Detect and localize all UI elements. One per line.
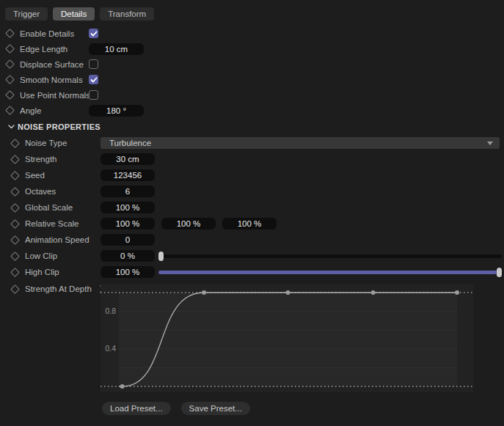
row-enable-details: Enable Details — [0, 26, 504, 41]
tab-trigger[interactable]: Trigger — [5, 7, 48, 21]
relative-scale-z-field[interactable]: 100 % — [222, 218, 277, 229]
row-strength-at-depth: Strength At Depth — [0, 280, 504, 392]
parameter-diamond-icon — [10, 155, 20, 164]
parameter-label: Strength — [25, 155, 56, 164]
curve-point[interactable] — [371, 290, 376, 295]
octaves-field[interactable]: 6 — [101, 186, 155, 197]
parameter-label: Relative Scale — [25, 219, 79, 228]
parameter-label: Use Point Normals — [20, 91, 90, 100]
parameter-label: Strength At Depth — [25, 284, 92, 293]
row-global-scale: Global Scale 100 % — [0, 199, 504, 216]
parameter-label: Global Scale — [25, 203, 73, 212]
parameter-label: Angle — [20, 106, 41, 115]
global-scale-field[interactable]: 100 % — [101, 202, 155, 213]
parameter-label: Edge Length — [20, 45, 67, 54]
ytick-0.8: 0.8 — [105, 306, 116, 315]
group-title: NOISE PROPERTIES — [18, 122, 101, 131]
save-preset-button[interactable]: Save Preset... — [181, 402, 250, 415]
relative-scale-y-field[interactable]: 100 % — [161, 218, 216, 229]
tab-transform[interactable]: Transform — [100, 7, 154, 21]
checkmark-icon — [90, 31, 98, 37]
slider-thumb[interactable] — [158, 251, 164, 261]
edge-length-field[interactable]: 10 cm — [89, 43, 144, 55]
parameter-diamond-icon — [5, 106, 15, 115]
low-clip-field[interactable]: 0 % — [101, 250, 155, 262]
slider-track — [158, 254, 502, 258]
row-octaves: Octaves 6 — [0, 183, 504, 199]
parameter-diamond-icon — [5, 44, 15, 54]
strength-at-depth-curve-editor[interactable]: 0.8 0.4 — [101, 284, 473, 392]
attributes-panel: Trigger Details Transform Enable Details… — [0, 0, 504, 426]
displace-surface-checkbox[interactable] — [89, 59, 98, 69]
parameter-label: Low Clip — [25, 251, 57, 260]
row-edge-length: Edge Length 10 cm — [0, 41, 504, 56]
row-low-clip: Low Clip 0 % — [0, 248, 504, 264]
details-parameters: Enable Details Edge Length 10 cm Displac… — [0, 26, 504, 118]
chevron-down-icon — [8, 125, 15, 129]
row-use-point-normals: Use Point Normals — [0, 87, 504, 103]
seed-field[interactable]: 123456 — [101, 169, 155, 181]
parameter-label: Animation Speed — [25, 235, 90, 244]
checkmark-icon — [90, 77, 98, 83]
use-point-normals-checkbox[interactable] — [89, 90, 98, 100]
curve-point[interactable] — [455, 290, 459, 295]
parameter-diamond-icon — [10, 219, 20, 229]
high-clip-slider[interactable] — [158, 268, 502, 277]
low-clip-slider[interactable] — [158, 251, 502, 261]
parameter-diamond-icon — [10, 268, 20, 277]
plot-area — [119, 293, 457, 386]
ytick-0.4: 0.4 — [105, 344, 116, 353]
parameter-diamond-icon — [10, 171, 20, 180]
parameter-label: Noise Type — [25, 139, 67, 147]
row-animation-speed: Animation Speed 0 — [0, 232, 504, 248]
curve-point[interactable] — [120, 384, 125, 389]
load-preset-button[interactable]: Load Preset... — [102, 402, 171, 415]
parameter-diamond-icon — [10, 203, 20, 213]
row-angle: Angle 180 ° — [0, 103, 504, 118]
row-noise-type: Noise Type Turbulence — [0, 135, 504, 151]
animation-speed-field[interactable]: 0 — [101, 234, 155, 246]
parameter-diamond-icon — [10, 139, 20, 148]
row-smooth-normals: Smooth Normals — [0, 72, 504, 87]
parameter-label: Smooth Normals — [20, 76, 83, 84]
tab-bar: Trigger Details Transform — [5, 7, 504, 21]
parameter-diamond-icon — [5, 29, 15, 38]
parameter-label: Enable Details — [20, 29, 74, 38]
curve-point[interactable] — [202, 290, 206, 295]
slider-thumb[interactable] — [497, 268, 502, 277]
parameter-diamond-icon — [10, 284, 20, 294]
high-clip-field[interactable]: 100 % — [101, 266, 155, 278]
row-displace-surface: Displace Surface — [0, 56, 504, 72]
parameter-label: Seed — [25, 171, 45, 180]
dropdown-arrow-icon — [487, 142, 493, 145]
noise-parameters: Noise Type Turbulence Strength 30 cm See… — [0, 135, 504, 392]
parameter-diamond-icon — [5, 59, 15, 69]
parameter-label: High Clip — [25, 268, 59, 276]
row-strength: Strength 30 cm — [0, 151, 504, 167]
row-relative-scale: Relative Scale 100 % 100 % 100 % — [0, 216, 504, 232]
row-high-clip: High Clip 100 % — [0, 264, 504, 280]
smooth-normals-checkbox[interactable] — [89, 75, 98, 84]
parameter-label: Octaves — [25, 187, 56, 196]
parameter-diamond-icon — [10, 251, 20, 261]
noise-type-dropdown[interactable]: Turbulence — [101, 137, 500, 149]
parameter-diamond-icon — [10, 235, 20, 245]
angle-field[interactable]: 180 ° — [89, 105, 144, 117]
row-seed: Seed 123456 — [0, 167, 504, 183]
parameter-diamond-icon — [10, 187, 20, 197]
slider-fill — [158, 271, 502, 274]
parameter-diamond-icon — [5, 90, 15, 100]
dropdown-value: Turbulence — [101, 139, 151, 147]
curve-canvas: 0.8 0.4 — [101, 284, 473, 392]
preset-buttons: Load Preset... Save Preset... — [102, 402, 504, 415]
parameter-diamond-icon — [5, 75, 15, 84]
parameter-label: Displace Surface — [20, 60, 84, 69]
tab-details[interactable]: Details — [53, 7, 95, 21]
enable-details-checkbox[interactable] — [89, 29, 98, 38]
strength-field[interactable]: 30 cm — [101, 153, 155, 165]
curve-point[interactable] — [286, 290, 291, 295]
noise-properties-header[interactable]: NOISE PROPERTIES — [0, 118, 504, 135]
relative-scale-x-field[interactable]: 100 % — [101, 218, 155, 229]
